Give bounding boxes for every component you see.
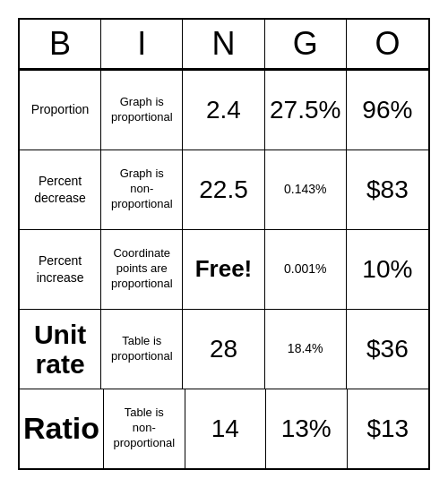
cell-text-0-3: 27.5% (270, 96, 340, 124)
cell-text-1-0: Percentdecrease (34, 173, 86, 205)
cell-0-1: Graph isproportional (101, 71, 183, 150)
row-4: RatioTable isnon-proportional1413%$13 (20, 389, 428, 468)
cell-1-2: 22.5 (183, 150, 264, 229)
cell-text-2-2: Free! (195, 255, 253, 283)
cell-1-1: Graph isnon-proportional (101, 150, 183, 229)
cell-text-4-0: Ratio (23, 411, 99, 446)
cell-text-3-4: $36 (366, 335, 409, 363)
cell-text-0-2: 2.4 (206, 96, 241, 124)
cell-text-3-0: Unitrate (34, 320, 86, 379)
header-cell-I: I (101, 20, 183, 68)
cell-text-4-1: Table isnon-proportional (113, 406, 175, 451)
cell-3-2: 28 (183, 310, 264, 389)
cell-2-1: Coordinatepoints areproportional (101, 230, 183, 309)
cell-0-0: Proportion (20, 71, 101, 150)
cell-text-2-3: 0.001% (284, 261, 326, 277)
header-cell-N: N (183, 20, 264, 68)
cell-text-4-2: 14 (211, 414, 239, 443)
cell-text-0-0: Proportion (31, 101, 90, 117)
cell-text-3-3: 18.4% (288, 340, 323, 356)
cell-text-3-1: Table isproportional (111, 334, 173, 364)
cell-text-4-4: $13 (366, 414, 409, 443)
cell-text-2-0: Percentincrease (37, 252, 84, 285)
cell-text-0-4: 96% (362, 96, 412, 124)
cell-3-4: $36 (347, 310, 428, 389)
cell-0-3: 27.5% (265, 71, 347, 150)
cell-2-3: 0.001% (265, 230, 347, 309)
cell-4-4: $13 (348, 389, 429, 468)
header-row: BINGO (20, 20, 428, 70)
row-0: ProportionGraph isproportional2.427.5%96… (20, 70, 428, 150)
cell-2-2: Free! (183, 230, 264, 309)
row-2: PercentincreaseCoordinatepoints arepropo… (20, 229, 428, 309)
cell-text-1-4: $83 (366, 175, 409, 204)
cell-text-1-2: 22.5 (199, 175, 248, 204)
cell-4-1: Table isnon-proportional (104, 389, 185, 468)
cell-3-0: Unitrate (20, 310, 101, 389)
cell-0-4: 96% (347, 71, 428, 150)
bingo-body: ProportionGraph isproportional2.427.5%96… (20, 70, 428, 468)
cell-2-4: 10% (347, 230, 428, 309)
cell-4-2: 14 (185, 389, 267, 468)
cell-1-4: $83 (347, 150, 428, 229)
header-cell-G: G (265, 20, 347, 68)
row-1: PercentdecreaseGraph isnon-proportional2… (20, 150, 428, 229)
cell-3-1: Table isproportional (101, 310, 183, 389)
cell-text-4-3: 13% (281, 414, 332, 443)
cell-text-1-3: 0.143% (284, 181, 326, 197)
cell-3-3: 18.4% (265, 310, 347, 389)
cell-text-3-2: 28 (210, 335, 237, 363)
cell-1-3: 0.143% (265, 150, 347, 229)
cell-text-2-1: Coordinatepoints areproportional (111, 246, 173, 292)
cell-2-0: Percentincrease (20, 230, 101, 309)
cell-1-0: Percentdecrease (20, 150, 101, 229)
header-cell-O: O (347, 20, 428, 68)
cell-4-0: Ratio (20, 389, 104, 468)
header-cell-B: B (20, 20, 101, 68)
cell-text-0-1: Graph isproportional (111, 95, 173, 125)
bingo-card: BINGO ProportionGraph isproportional2.42… (18, 18, 430, 470)
cell-0-2: 2.4 (183, 71, 264, 150)
cell-text-1-1: Graph isnon-proportional (111, 167, 173, 212)
row-3: UnitrateTable isproportional2818.4%$36 (20, 309, 428, 389)
cell-text-2-4: 10% (362, 255, 412, 284)
cell-4-3: 13% (266, 389, 348, 468)
